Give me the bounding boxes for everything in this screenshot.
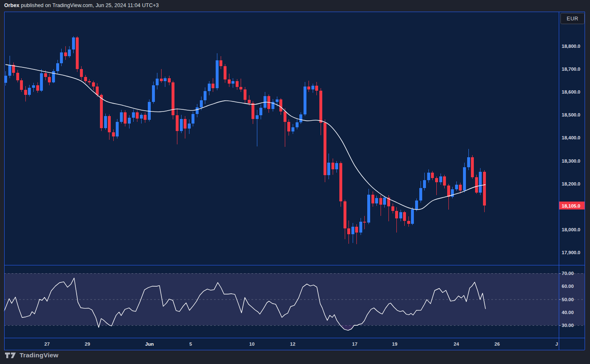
candle <box>471 155 474 178</box>
svg-text:18,105.0: 18,105.0 <box>562 203 580 208</box>
candle <box>116 119 119 138</box>
candle <box>411 207 414 225</box>
rsi-axis-label: 30.00 <box>562 323 574 328</box>
candle <box>324 119 326 182</box>
currency-badge-label: EUR <box>567 16 578 22</box>
candle <box>76 36 79 72</box>
last-price-label: 18,105.0 <box>559 202 585 210</box>
rsi-axis-label: 60.00 <box>562 284 574 289</box>
candle <box>304 82 306 116</box>
price-axis-label: 17,900.0 <box>562 250 580 255</box>
time-axis-label: 27 <box>45 342 50 347</box>
tradingview-brand-text: TradingView <box>20 352 58 359</box>
price-axis-label: 18,700.0 <box>562 67 580 72</box>
time-axis-label: 19 <box>392 342 398 347</box>
candle <box>475 175 478 194</box>
time-axis-label: 29 <box>85 342 90 347</box>
time-axis-label: J <box>555 342 558 347</box>
rsi-axis-label: 40.00 <box>562 310 574 315</box>
price-axis-label: 18,000.0 <box>562 227 580 232</box>
time-axis-label: 17 <box>352 342 358 347</box>
candle <box>479 168 482 195</box>
chart-canvas[interactable]: 18,800.018,700.018,600.018,500.018,400.0… <box>0 0 590 364</box>
price-axis-label: 18,800.0 <box>562 44 580 49</box>
rsi-axis-label: 70.00 <box>562 271 574 276</box>
tradingview-snapshot: Orbex published on TradingView.com, Jun … <box>0 0 590 364</box>
price-axis-label: 18,600.0 <box>562 89 580 94</box>
price-axis-label: 18,200.0 <box>562 181 580 186</box>
price-axis-label: 18,500.0 <box>562 112 580 117</box>
time-axis-label: 10 <box>249 342 255 347</box>
price-axis-label: 18,300.0 <box>562 158 580 163</box>
currency-badge[interactable]: EUR <box>561 13 585 24</box>
time-axis-label: Jun <box>145 342 154 347</box>
tradingview-logo-icon <box>5 352 16 359</box>
candle <box>148 99 151 121</box>
price-axis-label: 18,400.0 <box>562 135 580 140</box>
candle <box>339 161 342 207</box>
time-axis-label: 5 <box>189 342 192 347</box>
time-axis-label: 24 <box>454 342 459 347</box>
rsi-axis-label: 50.00 <box>562 297 574 302</box>
candle <box>104 114 107 130</box>
time-axis-label: 26 <box>495 342 500 347</box>
time-axis-label: 12 <box>290 342 296 347</box>
candle <box>172 81 174 120</box>
candle <box>52 69 55 83</box>
tradingview-attribution: TradingView <box>5 352 58 359</box>
